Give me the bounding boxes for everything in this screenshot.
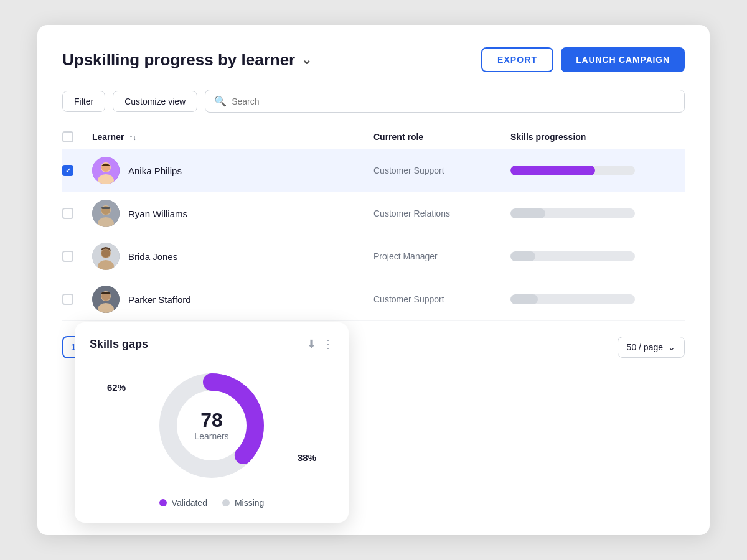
title-chevron-icon[interactable]: ⌄ — [301, 52, 312, 67]
skills-card-header: Skills gaps ⬇ ⋮ — [90, 337, 334, 351]
progress-cell — [510, 166, 685, 175]
header-actions: EXPORT LAUNCH CAMPAIGN — [481, 47, 685, 72]
toolbar: Filter Customize view 🔍 — [62, 90, 685, 113]
filter-button[interactable]: Filter — [62, 91, 105, 112]
missing-dot — [222, 499, 230, 506]
learner-cell: Ryan Williams — [92, 200, 374, 227]
donut-chart: 62% 78 Learners 38% — [90, 363, 334, 488]
select-all-checkbox[interactable] — [62, 131, 92, 142]
progress-cell — [510, 251, 685, 261]
skills-card-actions: ⬇ ⋮ — [307, 337, 334, 351]
legend-validated: Validated — [159, 498, 207, 508]
progress-cell — [510, 294, 685, 304]
validated-dot — [159, 499, 167, 506]
progress-bar — [510, 294, 635, 304]
learner-name: Ryan Williams — [128, 208, 187, 219]
progress-bar — [510, 251, 635, 261]
header-checkbox[interactable] — [62, 131, 73, 142]
avatar — [92, 286, 120, 313]
page-size-select[interactable]: 50 / page ⌄ — [618, 337, 685, 358]
center-number: 78 — [200, 410, 223, 430]
validated-percentage: 62% — [107, 382, 126, 393]
table-row[interactable]: Brida Jones Project Manager — [62, 235, 685, 278]
avatar — [92, 157, 120, 184]
learner-name: Parker Stafford — [128, 294, 191, 305]
progress-fill — [510, 251, 535, 261]
page-size-chevron-icon: ⌄ — [668, 342, 675, 352]
page-title: Upskilling progress by learner ⌄ — [62, 50, 312, 70]
progress-bar — [510, 208, 635, 218]
svg-rect-17 — [101, 292, 110, 294]
col-learner: Learner ↑↓ — [92, 132, 374, 142]
progress-cell — [510, 208, 685, 218]
col-role: Current role — [374, 132, 510, 142]
donut-center: 78 Learners — [194, 410, 228, 441]
skills-gaps-card: Skills gaps ⬇ ⋮ 62% 78 Learners 38% — [75, 322, 349, 523]
row-checkbox-anika[interactable] — [62, 165, 92, 176]
role-cell: Project Manager — [374, 251, 510, 261]
page-size-label: 50 / page — [627, 342, 663, 352]
progress-fill — [510, 208, 545, 218]
search-wrapper: 🔍 — [205, 90, 685, 113]
learner-name: Brida Jones — [128, 251, 177, 262]
col-progression: Skills progression — [510, 132, 685, 142]
search-icon: 🔍 — [214, 95, 227, 107]
svg-point-12 — [101, 249, 110, 258]
progress-bar — [510, 166, 635, 175]
more-options-icon[interactable]: ⋮ — [322, 337, 334, 351]
table: Learner ↑↓ Current role Skills progressi… — [62, 125, 685, 321]
launch-campaign-button[interactable]: LAUNCH CAMPAIGN — [561, 47, 685, 72]
table-row[interactable]: Ryan Williams Customer Relations — [62, 192, 685, 235]
checkbox[interactable] — [62, 251, 73, 262]
learner-cell: Anika Philips — [92, 157, 374, 184]
checkbox[interactable] — [62, 294, 73, 305]
learner-cell: Brida Jones — [92, 243, 374, 270]
main-card: Upskilling progress by learner ⌄ EXPORT … — [37, 25, 710, 535]
row-checkbox-ryan[interactable] — [62, 208, 92, 219]
role-cell: Customer Support — [374, 166, 510, 175]
validated-label: Validated — [172, 498, 207, 508]
missing-percentage: 38% — [298, 452, 316, 463]
search-input[interactable] — [232, 96, 675, 106]
row-checkbox-brida[interactable] — [62, 251, 92, 262]
center-label: Learners — [194, 431, 228, 441]
avatar — [92, 200, 120, 227]
learner-cell: Parker Stafford — [92, 286, 374, 313]
export-button[interactable]: EXPORT — [481, 47, 553, 72]
checkbox[interactable] — [62, 208, 73, 219]
skills-card-title: Skills gaps — [90, 338, 148, 351]
skills-legend: Validated Missing — [90, 498, 334, 508]
legend-missing: Missing — [222, 498, 264, 508]
table-row[interactable]: Anika Philips Customer Support — [62, 149, 685, 192]
sort-icon[interactable]: ↑↓ — [129, 133, 136, 142]
table-row[interactable]: Parker Stafford Customer Support — [62, 278, 685, 321]
missing-label: Missing — [235, 498, 264, 508]
download-icon[interactable]: ⬇ — [307, 337, 316, 351]
svg-rect-8 — [101, 207, 110, 209]
row-checkbox-parker[interactable] — [62, 294, 92, 305]
table-header: Learner ↑↓ Current role Skills progressi… — [62, 125, 685, 149]
progress-fill — [510, 166, 595, 175]
title-text: Upskilling progress by learner — [62, 50, 295, 70]
avatar — [92, 243, 120, 270]
role-cell: Customer Support — [374, 294, 510, 304]
customize-view-button[interactable]: Customize view — [113, 91, 197, 112]
header: Upskilling progress by learner ⌄ EXPORT … — [62, 47, 685, 72]
learner-name: Anika Philips — [128, 166, 182, 176]
role-cell: Customer Relations — [374, 208, 510, 218]
checkbox-checked[interactable] — [62, 165, 73, 176]
progress-fill — [510, 294, 538, 304]
